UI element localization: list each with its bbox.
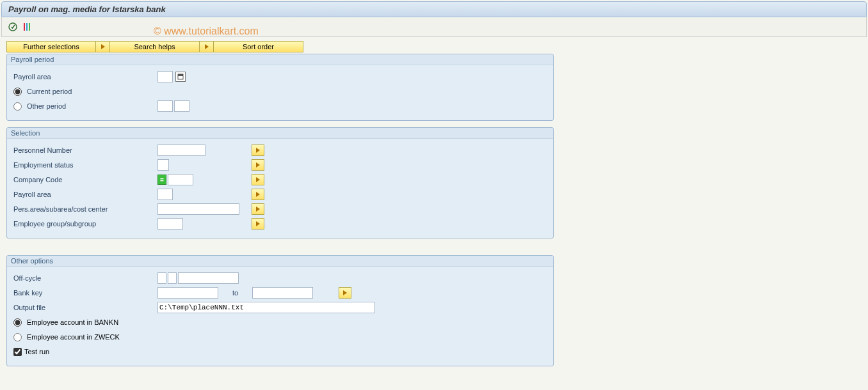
execute-icon[interactable]	[7, 21, 19, 33]
current-period-radio[interactable]	[13, 88, 22, 96]
content-area: Further selections Search helps Sort ord…	[1, 37, 867, 377]
test-run-label: Test run	[24, 348, 49, 355]
payroll-area-f4-icon[interactable]	[175, 72, 186, 82]
arrow-right-icon	[256, 192, 260, 197]
bank-key-more-button[interactable]	[339, 287, 351, 299]
payroll-area-sel-label: Payroll area	[13, 191, 157, 198]
company-code-more-button[interactable]	[252, 174, 264, 185]
search-helps-button[interactable]: Search helps	[110, 41, 200, 52]
account-bankn-label: Employee account in BANKN	[27, 318, 118, 326]
employee-group-more-button[interactable]	[252, 218, 264, 230]
payroll-area-input[interactable]	[157, 71, 173, 82]
account-zweck-radio[interactable]	[13, 333, 22, 341]
payroll-period-group: Payroll period Payroll area Current peri…	[6, 54, 554, 121]
pers-area-input[interactable]	[157, 203, 239, 215]
payroll-area-label: Payroll area	[13, 73, 157, 81]
other-period-input-2[interactable]	[174, 100, 189, 112]
test-run-checkbox[interactable]	[13, 348, 22, 356]
off-cycle-input-2[interactable]	[168, 272, 177, 284]
employment-status-more-button[interactable]	[252, 159, 264, 171]
arrow-right-icon	[256, 207, 260, 212]
bank-key-label: Bank key	[13, 289, 157, 297]
arrow-right-icon	[256, 221, 260, 226]
group-title: Payroll period	[7, 54, 553, 65]
bank-key-from-input[interactable]	[157, 287, 218, 299]
equals-icon[interactable]: =	[157, 175, 166, 185]
other-period-radio-row[interactable]: Other period	[13, 102, 157, 111]
account-bankn-radio-row[interactable]: Employee account in BANKN	[13, 318, 118, 327]
account-zweck-radio-row[interactable]: Employee account in ZWECK	[13, 333, 120, 341]
other-period-input-1[interactable]	[157, 100, 173, 112]
selection-group: Selection Personnel Number Employment st…	[6, 127, 554, 238]
sort-order-button[interactable]: Sort order	[214, 41, 303, 52]
bank-key-to-label: to	[232, 289, 238, 297]
personnel-number-label: Personnel Number	[13, 146, 157, 154]
off-cycle-input-1[interactable]	[157, 272, 166, 284]
payroll-area-sel-input[interactable]	[157, 189, 173, 200]
off-cycle-label: Off-cycle	[13, 274, 157, 282]
company-code-label: Company Code	[13, 176, 157, 183]
test-run-checkbox-row[interactable]: Test run	[13, 348, 49, 356]
employee-group-label: Employee group/subgroup	[13, 220, 157, 228]
window-title: Payroll on mag. media for Istarska bank	[1, 1, 867, 17]
bank-key-to-input[interactable]	[252, 287, 313, 299]
arrow-right-icon	[256, 162, 260, 168]
off-cycle-input-3[interactable]	[178, 272, 239, 284]
account-bankn-radio[interactable]	[13, 318, 22, 327]
arrow-right-icon	[256, 148, 260, 153]
personnel-number-more-button[interactable]	[252, 144, 264, 156]
svg-rect-3	[29, 23, 30, 31]
variant-icon[interactable]	[21, 21, 33, 33]
output-file-label: Output file	[13, 304, 157, 311]
personnel-number-input[interactable]	[157, 144, 205, 156]
other-period-radio[interactable]	[13, 102, 22, 111]
arrow-right-icon	[205, 44, 209, 49]
payroll-area-more-button[interactable]	[252, 189, 264, 200]
current-period-label: Current period	[27, 88, 72, 95]
search-helps-arrow-button[interactable]	[96, 41, 110, 52]
arrow-right-icon	[343, 290, 347, 295]
employment-status-label: Employment status	[13, 161, 157, 169]
group-title: Other options	[7, 256, 553, 267]
svg-rect-5	[178, 74, 183, 76]
output-file-input[interactable]	[157, 302, 375, 313]
employee-group-input[interactable]	[157, 218, 183, 230]
employment-status-input[interactable]	[157, 159, 169, 171]
svg-rect-2	[26, 23, 28, 31]
other-options-group: Other options Off-cycle Bank key to	[6, 255, 554, 366]
further-selections-button[interactable]: Further selections	[6, 41, 96, 52]
sort-order-arrow-button[interactable]	[200, 41, 214, 52]
arrow-right-icon	[256, 177, 260, 182]
current-period-radio-row[interactable]: Current period	[13, 88, 157, 96]
group-title: Selection	[7, 128, 553, 139]
pers-area-more-button[interactable]	[252, 203, 264, 215]
application-toolbar	[1, 17, 867, 37]
svg-rect-1	[24, 23, 25, 31]
other-period-label: Other period	[27, 102, 66, 110]
selection-buttons-row: Further selections Search helps Sort ord…	[6, 41, 862, 52]
company-code-input[interactable]	[168, 174, 193, 185]
account-zweck-label: Employee account in ZWECK	[27, 333, 120, 341]
arrow-right-icon	[101, 44, 105, 49]
pers-area-label: Pers.area/subarea/cost center	[13, 205, 157, 213]
